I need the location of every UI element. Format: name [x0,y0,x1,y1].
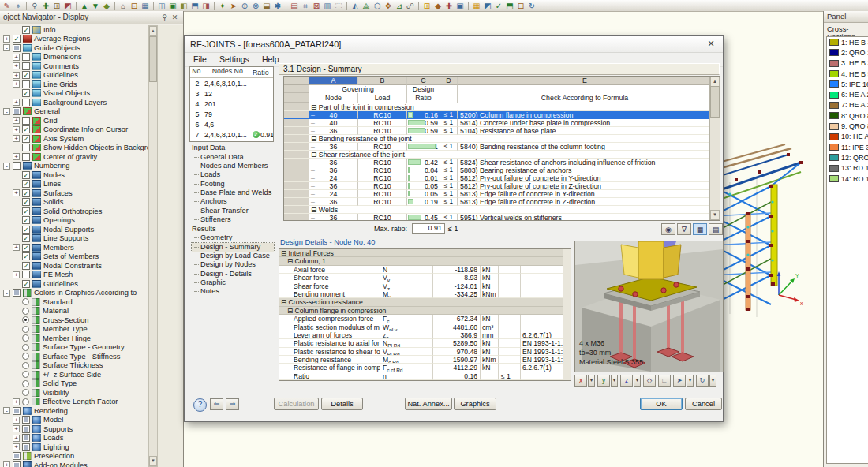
navigator-tree-item[interactable]: -Guide Objects [0,43,148,53]
navigator-tree-item[interactable]: -Rendering [0,406,148,416]
navigator-tree-item[interactable]: -Numbering [0,162,148,171]
navigator-tree-item[interactable]: +Dimensions [0,53,148,62]
calculation-button[interactable]: Calculation [274,398,319,410]
navigator-tree-item[interactable]: +✓Coordinate Info on Cursor [0,125,148,135]
toolbar-icon[interactable]: ◆ [432,1,443,11]
toolbar-icon[interactable]: ◭ [350,1,361,11]
toolbar-icon[interactable]: ✥ [383,1,394,11]
toolbar-icon[interactable]: ✎ [2,1,13,11]
navigator-tree-item[interactable]: ✓Solids [0,198,148,207]
navigator-tree-item[interactable]: Show Hidden Objects in Background [0,144,148,153]
details-data-row[interactable]: Shear forceVz-124.01kN [279,282,571,290]
expand-icon[interactable]: + [13,126,20,133]
summary-group-row[interactable]: ⊟ Part of the joint in compression [284,103,720,111]
case-row[interactable]: 72,4,6,8,10,1...✓0.91 [190,129,273,140]
summary-group-row[interactable]: ⊟ Bending resistance of the joint [284,135,720,143]
toolbar-icon[interactable]: ✓ [493,1,504,11]
navigator-tree-item[interactable]: +Add-on Modules [0,461,148,467]
navigator-tree-item[interactable]: +Lighting [0,443,148,452]
case-row[interactable]: 64,6 [190,119,273,129]
cross-section-item[interactable]: 7: HE A 160 [827,100,868,110]
navigator-tree-item[interactable]: +/- z Surface Side [0,370,148,379]
tristate-checkbox[interactable] [13,107,21,115]
dialog-nav-item[interactable]: General Data [192,153,274,162]
dialog-nav-item[interactable]: Stiffeners [192,215,274,224]
dialog-nav-item[interactable]: Footing [192,180,274,189]
cross-section-item[interactable]: 3: HE B 300 [827,58,868,69]
cross-section-item[interactable]: 14: RO 101. [827,174,868,184]
details-data-row[interactable]: Ratioη0.16≤ 1 [279,372,571,380]
toolbar-icon[interactable]: ⌂ [118,1,129,11]
details-data-row[interactable]: Resistance of flange in compressionFc,cf… [279,364,571,372]
details-group-row[interactable]: ⊟ Cross-section resistance [279,298,571,306]
expand-icon[interactable]: + [13,153,20,160]
checkbox[interactable] [22,117,30,125]
toolbar-icon[interactable]: ▼ [90,1,101,11]
details-group-row[interactable]: ⊟ Internal Forces [279,249,571,257]
dialog-nav-item[interactable]: Anchors [192,197,274,206]
navigator-tree-item[interactable]: +✓Guidelines [0,71,148,80]
expand-icon[interactable]: + [3,35,10,43]
checkbox[interactable] [22,144,30,151]
scroll-down-icon[interactable]: ▼ [149,456,157,466]
toolbar-icon[interactable]: ➤ [228,1,239,11]
case-row[interactable]: 4201 [190,99,273,109]
tristate-checkbox[interactable] [22,416,30,424]
case-row[interactable]: 22,4,6,8,10,1... [190,78,273,88]
tristate-checkbox[interactable] [22,425,30,433]
scroll-up-icon[interactable]: ▲ [149,26,157,36]
navigator-tree-item[interactable]: Material [0,307,148,316]
summary-result-row[interactable]: –36RC100.45≤ 15951) Vertical welds on st… [284,214,720,221]
checkbox[interactable]: ✓ [22,280,30,288]
summary-result-row[interactable]: –36RC100.91≤ 15840) Bending resistance o… [284,143,720,151]
column-letter[interactable]: C [407,77,440,85]
checkbox[interactable]: ✓ [22,125,30,133]
show-graphic-icon[interactable]: ▦ [693,223,707,235]
details-data-row[interactable]: Bending resistanceMc,Rd1590.97kNmEN 1993… [279,356,571,364]
navigator-tree-item[interactable]: +Grid [0,116,148,125]
close-icon[interactable]: ✕ [705,36,717,50]
summary-result-row[interactable]: –36RC100.04≤ 15803) Bearing resistance o… [284,166,720,174]
expand-icon[interactable]: + [13,54,20,61]
dialog-nav-item[interactable]: Graphic [192,278,274,287]
expand-icon[interactable]: + [13,135,20,142]
toolbar-icon[interactable]: ◫ [156,1,167,11]
summary-result-row[interactable]: –36RC100.19≤ 15813) Edge failure of conc… [284,198,720,206]
toolbar-icon[interactable]: ▦ [140,1,151,11]
checkbox[interactable]: ✓ [22,244,30,252]
cross-section-item[interactable]: 9: QRO 80x5 [827,121,868,131]
cross-section-item[interactable]: 13: RD 12 | [827,163,868,174]
navigator-tree-item[interactable]: Surface Thickness [0,361,148,371]
toolbar-icon[interactable]: ◨ [200,1,211,11]
navigator-tree-item[interactable]: ✓Visual Objects [0,89,148,99]
toolbar-icon[interactable]: ▲ [79,1,90,11]
details-data-row[interactable]: Applied compression forceFc672.34kN [279,315,571,323]
checkbox[interactable]: ✓ [22,71,30,79]
toolbar-icon[interactable]: ✦ [217,1,228,11]
toolbar-icon[interactable]: ✚ [40,1,51,11]
cross-section-item[interactable]: 2: QRO 120x [827,47,868,58]
help-button[interactable]: ? [193,398,207,412]
navigator-tree-item[interactable]: Visibility [0,388,148,398]
result-table-icon[interactable]: ▤ [709,223,723,235]
navigator-tree-item[interactable]: +Line Grids [0,80,148,89]
design-summary-table[interactable]: ABCDEGoverningDesignNodeLoadRatioCheck A… [283,76,720,221]
menu-file[interactable]: File [187,53,213,66]
navigator-tree-item[interactable]: ✓Nodal Supports [0,225,148,234]
checkbox[interactable]: ✓ [22,252,30,260]
details-data-row[interactable]: Shear forceVy8.93kN [279,274,571,282]
toolbar-icon[interactable]: ▣ [455,1,466,11]
navigator-tree-item[interactable]: ✓Info [0,25,148,35]
toolbar-icon[interactable]: ✱ [272,1,283,11]
dialog-titlebar[interactable]: ✕ RF-JOINTS - [foreas600A_PATARI240] [185,36,723,53]
view-result-icon[interactable]: ◉ [661,223,675,235]
toolbar-icon[interactable]: ▦ [471,1,482,11]
toolbar-icon[interactable]: ▤ [289,1,300,11]
expand-icon[interactable]: + [13,189,20,196]
case-row[interactable]: 579 [190,109,273,119]
navigator-tree-item[interactable]: +Center of gravity [0,152,148,162]
view-x-button[interactable]: x [574,375,587,387]
navigator-tree-item[interactable]: Member Type [0,325,148,334]
navigator-tree-item[interactable]: ✓Solid Orthotropies [0,207,148,216]
cross-section-item[interactable]: 10: HE A 24 [827,132,868,142]
